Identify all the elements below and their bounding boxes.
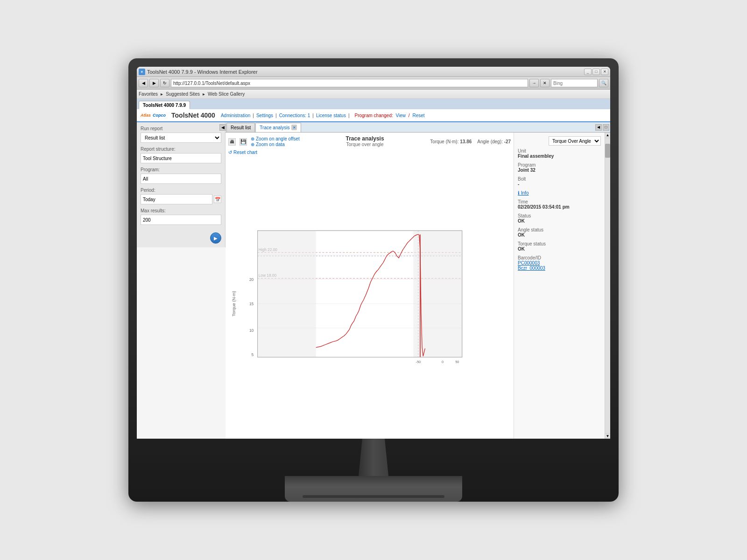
save-chart-icon[interactable]: 💾 <box>240 138 247 146</box>
nav-administration[interactable]: Administration <box>221 113 250 118</box>
svg-text:Torque (N·m): Torque (N·m) <box>232 291 236 316</box>
logo-copco: Copco <box>153 113 166 118</box>
web-slice-link[interactable]: Web Slice Gallery <box>208 91 245 97</box>
app-logo: Atlas Copco <box>141 113 166 118</box>
run-report-section: Run report Result list <box>141 126 221 143</box>
panel-fullscreen-button[interactable]: □ <box>603 124 609 131</box>
panel-expand-controls: ◀ □ <box>595 124 609 131</box>
search-go-button[interactable]: 🔍 <box>599 79 608 87</box>
result-list-tab-label: Result list <box>231 125 251 130</box>
svg-text:0: 0 <box>442 360 444 364</box>
svg-text:5: 5 <box>252 352 254 357</box>
report-structure-label: Report structure: <box>141 147 221 152</box>
result-list-select[interactable]: Result list <box>141 133 221 143</box>
trace-analysis-tab[interactable]: Trace analysis ✕ <box>255 123 301 132</box>
address-bar-area: ◀ ▶ ↻ → ✕ 🔍 <box>137 77 610 90</box>
favorites-sep2: ▸ <box>203 91 205 97</box>
tool-structure-input[interactable] <box>141 153 221 163</box>
search-input[interactable] <box>551 79 598 87</box>
svg-text:20: 20 <box>249 277 254 282</box>
refresh-button[interactable]: ↻ <box>160 79 169 87</box>
app-nav-links: Administration | Settings | Connections:… <box>221 113 426 118</box>
torque-reading: Torque (N·m): 13.86 <box>430 139 472 144</box>
browser-title: ToolsNet 4000 7.9.9 - Windows Internet E… <box>147 69 258 75</box>
title-bar: e ToolsNet 4000 7.9.9 - Windows Internet… <box>137 67 610 77</box>
svg-rect-11 <box>258 231 316 357</box>
minimize-button[interactable]: _ <box>584 69 592 75</box>
print-icon[interactable]: 🖶 <box>228 138 236 146</box>
bolt-section: Bolt - <box>518 176 601 187</box>
address-input[interactable] <box>171 79 528 87</box>
run-report-label: Run report <box>141 126 221 131</box>
time-label: Time <box>518 199 601 204</box>
svg-text:50: 50 <box>455 360 459 364</box>
favorites-bar: Favorites ▸ Suggested Sites ▸ Web Slice … <box>137 90 610 99</box>
period-input[interactable] <box>141 194 212 204</box>
zoom-angle-offset[interactable]: ⊕ Zoom on angle offset <box>251 136 300 141</box>
period-row: 📅 <box>141 194 221 204</box>
program-section: Program: <box>141 167 221 184</box>
zoom-data[interactable]: ⊕ Zoom on data <box>251 142 300 147</box>
scroll-down-button[interactable]: ▼ <box>605 433 610 439</box>
monitor-stand-neck <box>355 439 392 476</box>
trace-chart: High 22.00 Low 18.00 <box>228 157 511 436</box>
reset-chart-button[interactable]: ↺ Reset chart <box>228 150 257 155</box>
back-button[interactable]: ◀ <box>139 79 148 87</box>
angle-reading: Angle (deg): -27 <box>477 139 511 144</box>
chart-type-select[interactable]: Torque Over Angle <box>549 136 601 146</box>
nav-connections[interactable]: Connections: 1 <box>279 113 310 118</box>
program-changed-label: Program changed: View / Reset <box>352 113 426 118</box>
unit-value: Final assembley <box>518 154 601 159</box>
max-results-input[interactable] <box>141 215 221 225</box>
browser-tab-toolsnet[interactable]: ToolsNet 4000 7.9.9 <box>139 101 190 109</box>
trace-analysis-close[interactable]: ✕ <box>291 125 297 130</box>
view-link[interactable]: View <box>396 113 406 118</box>
panel-expand-button[interactable]: ◀ <box>595 124 602 131</box>
trace-analysis-tab-label: Trace analysis <box>260 125 289 130</box>
calendar-icon[interactable]: 📅 <box>214 196 221 203</box>
right-panel-header: Torque Over Angle <box>518 136 601 146</box>
program-label: Program: <box>141 167 221 172</box>
chart-toolbar: 🖶 💾 ⊕ Zoom on angle offset ⊕ <box>228 135 511 148</box>
restore-button[interactable]: □ <box>592 69 600 75</box>
program-input[interactable] <box>141 174 221 184</box>
suggested-sites-link[interactable]: Suggested Sites <box>166 91 200 97</box>
app-navbar: Atlas Copco ToolsNet 4000 Administration… <box>137 109 610 122</box>
barcode-link2[interactable]: Bczr_000003 <box>518 266 545 271</box>
chart-title: Trace analysis <box>303 135 427 142</box>
vertical-scrollbar[interactable]: ▲ ▼ <box>605 133 610 439</box>
unit-label: Unit <box>518 148 601 154</box>
nav-license[interactable]: License status <box>316 113 346 118</box>
panels-area: Result list Trace analysis ✕ ◀ □ <box>226 122 610 439</box>
browser-tab-label: ToolsNet 4000 7.9.9 <box>143 103 186 108</box>
status-section: Status OK <box>518 213 601 224</box>
angle-status-label: Angle status <box>518 227 601 232</box>
info-link[interactable]: ℹ Info <box>518 190 529 196</box>
bolt-value: - <box>518 182 601 187</box>
scroll-up-button[interactable]: ▲ <box>605 133 610 138</box>
svg-text:15: 15 <box>249 301 254 306</box>
browser-window: e ToolsNet 4000 7.9.9 - Windows Internet… <box>137 67 610 439</box>
logo-atlas: Atlas <box>141 113 151 118</box>
app-title: ToolsNet 4000 <box>171 112 215 119</box>
scroll-thumb[interactable] <box>605 144 610 158</box>
stop-button[interactable]: ✕ <box>540 79 550 87</box>
nav-row: ◀ ▶ ↻ → ✕ 🔍 <box>139 78 608 88</box>
max-results-section: Max results: <box>141 208 221 225</box>
title-bar-buttons: _ □ ✕ <box>584 69 608 75</box>
monitor-stand-base <box>285 476 462 502</box>
period-label: Period: <box>141 188 221 193</box>
result-list-tab[interactable]: Result list <box>226 123 255 132</box>
forward-button[interactable]: ▶ <box>149 79 159 87</box>
run-button[interactable]: ▶ <box>210 232 221 244</box>
reset-link[interactable]: Reset <box>412 113 424 118</box>
monitor: e ToolsNet 4000 7.9.9 - Windows Internet… <box>128 58 619 502</box>
barcode-link1[interactable]: PC000003 <box>518 260 540 266</box>
sidebar-collapse-button[interactable]: ◀ <box>219 124 226 131</box>
close-button[interactable]: ✕ <box>601 69 608 75</box>
chart-title-area: Trace analysis Torque over angle <box>303 135 427 147</box>
bolt-label: Bolt <box>518 176 601 182</box>
reset-circle-icon: ↺ <box>228 150 232 155</box>
go-button[interactable]: → <box>529 79 539 87</box>
nav-settings[interactable]: Settings <box>256 113 273 118</box>
